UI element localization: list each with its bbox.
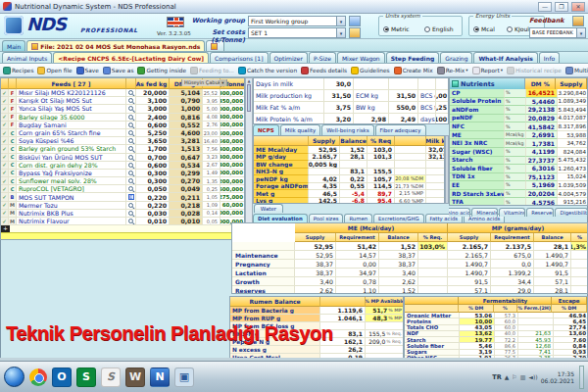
animal-field-value[interactable] bbox=[436, 78, 449, 90]
feed-asfed-value[interactable]: 0,300 bbox=[136, 177, 170, 185]
tab-mixer-wagon[interactable]: Mixer Wagon bbox=[337, 52, 385, 63]
tab-diet-evaluation[interactable]: Diet evaluation bbox=[253, 214, 308, 222]
toolbar-button-save[interactable]: Save bbox=[75, 67, 100, 74]
feed-asfed-value[interactable]: 0,050 bbox=[136, 185, 170, 193]
costs-user-select[interactable]: Hüseyin Çabukel bbox=[181, 79, 227, 87]
add-feed-button[interactable]: + bbox=[1, 225, 10, 232]
animal-field-value[interactable]: 3,20 bbox=[324, 114, 354, 124]
feed-detail-cell[interactable] bbox=[126, 162, 136, 170]
feed-checkbox[interactable]: ✓ bbox=[1, 97, 9, 105]
show-desktop-button[interactable] bbox=[579, 366, 584, 389]
tab-main[interactable]: Main bbox=[2, 40, 25, 51]
tab-well-being-risks[interactable]: Well-being risks bbox=[321, 124, 373, 135]
tab-milk-quality[interactable]: Milk quality bbox=[280, 124, 321, 135]
animal-field-value[interactable]: 3,25 bbox=[436, 102, 449, 114]
animal-field-value[interactable]: 31,50 bbox=[389, 90, 418, 102]
feed-checkbox[interactable]: ✓ bbox=[1, 145, 9, 153]
toolbar-button-getting-inside[interactable]: Getting inside bbox=[136, 67, 187, 74]
toolbar-button-multitasking[interactable]: Multitasking bbox=[564, 67, 588, 74]
toolbar-button-report[interactable]: Report▾ bbox=[471, 67, 504, 74]
feed-checkbox[interactable]: ✓ bbox=[1, 154, 9, 162]
tab-what-if-analysis[interactable]: What-If Analysis bbox=[473, 52, 537, 63]
taskbar-clock[interactable]: 17:3506.02.2021 bbox=[541, 370, 574, 384]
feed-asfed-value[interactable]: 0,600 bbox=[136, 162, 170, 170]
flag-tray-icon[interactable]: ⚐ bbox=[512, 373, 516, 380]
tab-comparisons-1[interactable]: Comparisons [1] bbox=[210, 52, 268, 63]
animal-field-value[interactable]: 550,0 bbox=[389, 102, 418, 114]
feed-row[interactable]: ✓FMısır Silajı MOS K22012112620,0005,104… bbox=[1, 89, 244, 97]
feed-detail-cell[interactable] bbox=[126, 114, 136, 122]
animal-field-value[interactable]: 3,75 bbox=[324, 102, 354, 114]
feed-detail-cell[interactable] bbox=[126, 129, 136, 137]
toolbar-button-recipes[interactable]: Recipes bbox=[2, 67, 34, 74]
feed-asfed-value[interactable]: 2,400 bbox=[136, 114, 170, 122]
feed-asfed-value[interactable]: 0,220 bbox=[136, 193, 170, 201]
animal-field-value[interactable] bbox=[389, 78, 418, 90]
feedbank-select[interactable]: BASE FEEDBANK bbox=[529, 27, 586, 38]
feed-detail-cell[interactable] bbox=[126, 97, 136, 105]
feed-asfed-value[interactable]: 0,600 bbox=[136, 122, 170, 129]
set-costs-folder-button[interactable] bbox=[349, 27, 361, 38]
feed-checkbox[interactable]: ✓ bbox=[1, 122, 9, 129]
feed-row[interactable]: ✓MNutrimix BKB Plus0,0300,0280,145.000,0… bbox=[1, 210, 244, 218]
tab-grazing[interactable]: Grazing bbox=[440, 52, 472, 63]
toolbar-button-save-as[interactable]: Save as bbox=[102, 67, 135, 74]
tab-p-size[interactable]: P-Size bbox=[309, 52, 336, 63]
feed-asfed-value[interactable]: 3,650 bbox=[136, 137, 170, 145]
toolbar-button-open-file[interactable]: Open file bbox=[36, 67, 73, 74]
gimp-taskbar-icon[interactable]: W bbox=[125, 368, 145, 387]
radio-english[interactable]: English bbox=[424, 25, 454, 32]
feed-detail-cell[interactable] bbox=[126, 202, 136, 210]
feeds-scrollbar[interactable]: ▲ bbox=[245, 77, 253, 240]
feed-detail-cell[interactable] bbox=[126, 218, 136, 225]
tab-step-feeding[interactable]: Step Feeding bbox=[386, 52, 440, 63]
feed-asfed-value[interactable]: 3,000 bbox=[136, 105, 170, 113]
feed-asfed-value[interactable]: 0,300 bbox=[136, 170, 170, 177]
maximize-button[interactable]: ❐ bbox=[555, 2, 568, 12]
feed-asfed-value[interactable]: 20,000 bbox=[136, 89, 170, 97]
feed-row[interactable]: ✓MNutrimix Flavour0,0100,0100,0512.000,0… bbox=[1, 218, 244, 225]
tab-amino-acids[interactable]: Amino acids bbox=[449, 208, 470, 217]
animal-field-value[interactable]: 2,49 bbox=[389, 114, 418, 124]
feed-detail-cell[interactable] bbox=[126, 145, 136, 153]
outlook-taskbar-icon[interactable]: O bbox=[52, 368, 72, 387]
windows-start-button[interactable] bbox=[4, 367, 24, 387]
tab-info[interactable]: Info bbox=[539, 52, 560, 63]
tab-water[interactable]: Water bbox=[254, 204, 283, 213]
working-group-select[interactable]: First Working group bbox=[248, 16, 346, 26]
feed-detail-cell[interactable] bbox=[126, 122, 136, 129]
hidden-icons-arrow-icon[interactable]: ▲ bbox=[505, 373, 510, 380]
feed-detail-cell[interactable] bbox=[126, 210, 136, 218]
feed-row[interactable]: ✓CRuproCOL [VETAGRO]0,0500,0490,2516.500… bbox=[1, 185, 244, 193]
feed-asfed-value[interactable]: 0,700 bbox=[136, 154, 170, 162]
tab-recipe-cncps-6-5ec-lactating-dairy-cow[interactable]: <Recipe CNCPS 6.5Ec-[Lactating Dairy Cow… bbox=[53, 52, 209, 63]
network-tray-icon[interactable]: ▥ bbox=[520, 373, 526, 380]
feed-detail-cell[interactable] bbox=[126, 105, 136, 113]
feed-checkbox[interactable]: ✓ bbox=[1, 193, 9, 201]
tab-file[interactable]: File: 2021 02 04 MOS Sut Monohasa Rasyon… bbox=[26, 40, 205, 51]
feed-checkbox[interactable]: ✓ bbox=[1, 89, 9, 97]
feedbank-basket-button[interactable] bbox=[572, 16, 584, 26]
feed-row[interactable]: ✓CSoya Küspesi %463,6503,28116,403.560,0… bbox=[1, 137, 244, 145]
feed-row[interactable]: ✓CCorn dist. grain dehy 28%0,6000,5342,6… bbox=[1, 162, 244, 170]
chrome-taskbar-icon[interactable] bbox=[29, 368, 47, 386]
tab-rumen[interactable]: Rumen bbox=[344, 214, 372, 222]
computer-taskbar-icon[interactable]: ▣ bbox=[174, 368, 194, 387]
animal-field-value[interactable]: 3,00 bbox=[436, 90, 449, 102]
feed-checkbox[interactable]: ✓ bbox=[1, 177, 9, 185]
feed-detail-cell[interactable] bbox=[126, 137, 136, 145]
scrollbar-thumb[interactable] bbox=[247, 84, 251, 112]
toolbar-button-create-mix[interactable]: Create Mix bbox=[393, 67, 434, 74]
feed-checkbox[interactable]: ✓ bbox=[1, 162, 9, 170]
feed-checkbox[interactable]: ✓ bbox=[1, 129, 9, 137]
feed-row[interactable]: ✓FYonca Silajı Yaş MOS Sut3,0001,0005,00… bbox=[1, 105, 244, 113]
language-indicator[interactable]: TR bbox=[492, 373, 501, 381]
feed-asfed-value[interactable]: 1,700 bbox=[136, 145, 170, 153]
feed-row[interactable]: ✓CBisküvi Yan Ürünü MOS SUT0,7000,6473,2… bbox=[1, 154, 244, 162]
feed-row[interactable]: ✓FBarley silage 35.60002,4000,8164,08400… bbox=[1, 114, 244, 122]
feed-checkbox[interactable]: ✓ bbox=[1, 137, 9, 145]
working-group-grid-button[interactable] bbox=[349, 16, 361, 26]
tab-animal-inputs[interactable]: Animal Inputs bbox=[2, 52, 52, 63]
feed-detail-cell[interactable] bbox=[126, 170, 136, 177]
feed-row[interactable]: ✓FBugday Samani0,6000,5522,76500,000 bbox=[1, 122, 244, 129]
